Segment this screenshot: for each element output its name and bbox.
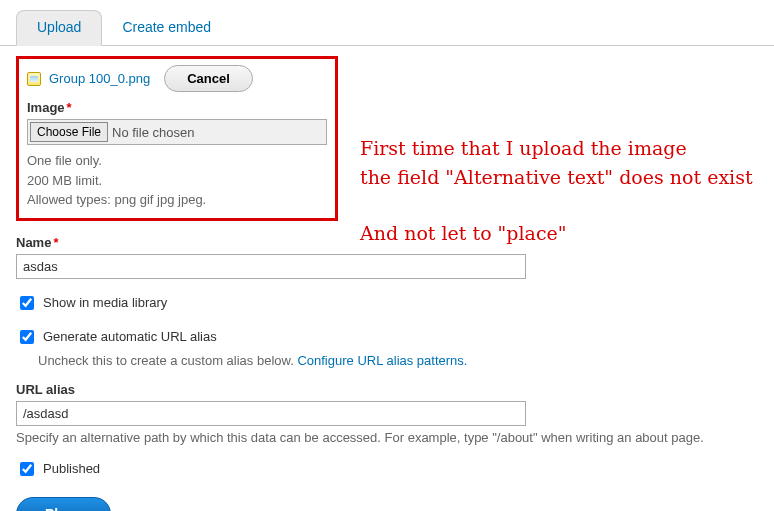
name-input[interactable] <box>16 254 526 279</box>
tab-create-embed[interactable]: Create embed <box>102 10 231 46</box>
hint-size-limit: 200 MB limit. <box>27 171 327 191</box>
tab-upload[interactable]: Upload <box>16 10 102 46</box>
annotation-line-2: the field "Alternative text" does not ex… <box>360 163 760 192</box>
cancel-button[interactable]: Cancel <box>164 65 253 92</box>
form-content: Group 100_0.png Cancel Image* Choose Fil… <box>0 46 774 511</box>
hint-one-file: One file only. <box>27 151 327 171</box>
published-checkbox[interactable] <box>20 462 34 476</box>
tabs-bar: Upload Create embed <box>0 0 774 46</box>
url-alias-label: URL alias <box>16 382 758 397</box>
hint-allowed-types: Allowed types: png gif jpg jpeg. <box>27 190 327 210</box>
auto-alias-row: Generate automatic URL alias <box>16 327 758 347</box>
place-button[interactable]: Place <box>16 497 111 512</box>
annotation-overlay: First time that I upload the image the f… <box>360 134 760 248</box>
url-alias-hint: Specify an alternative path by which thi… <box>16 430 758 445</box>
auto-alias-hint: Uncheck this to create a custom alias be… <box>38 353 758 368</box>
show-in-library-checkbox[interactable] <box>20 296 34 310</box>
required-marker: * <box>67 100 72 115</box>
auto-alias-hint-text: Uncheck this to create a custom alias be… <box>38 353 297 368</box>
annotation-line-1: First time that I upload the image <box>360 134 760 163</box>
file-image-icon <box>27 72 41 86</box>
configure-alias-link[interactable]: Configure URL alias patterns. <box>297 353 467 368</box>
uploaded-file-row: Group 100_0.png Cancel <box>27 65 327 92</box>
no-file-text: No file chosen <box>112 125 194 140</box>
annotation-line-3: And not let to "place" <box>360 219 760 248</box>
required-marker: * <box>53 235 58 250</box>
published-label: Published <box>43 461 100 476</box>
file-input-container: Choose File No file chosen <box>27 119 327 145</box>
url-alias-input[interactable] <box>16 401 526 426</box>
choose-file-button[interactable]: Choose File <box>30 122 108 142</box>
auto-alias-label: Generate automatic URL alias <box>43 329 217 344</box>
image-label: Image* <box>27 100 327 115</box>
show-in-library-row: Show in media library <box>16 293 758 313</box>
url-alias-section: URL alias Specify an alternative path by… <box>16 382 758 445</box>
name-label-text: Name <box>16 235 51 250</box>
image-label-text: Image <box>27 100 65 115</box>
show-in-library-label: Show in media library <box>43 295 167 310</box>
image-section-highlight: Group 100_0.png Cancel Image* Choose Fil… <box>16 56 338 221</box>
image-hints: One file only. 200 MB limit. Allowed typ… <box>27 151 327 210</box>
auto-alias-checkbox[interactable] <box>20 330 34 344</box>
uploaded-file-link[interactable]: Group 100_0.png <box>49 71 150 86</box>
published-row: Published <box>16 459 758 479</box>
